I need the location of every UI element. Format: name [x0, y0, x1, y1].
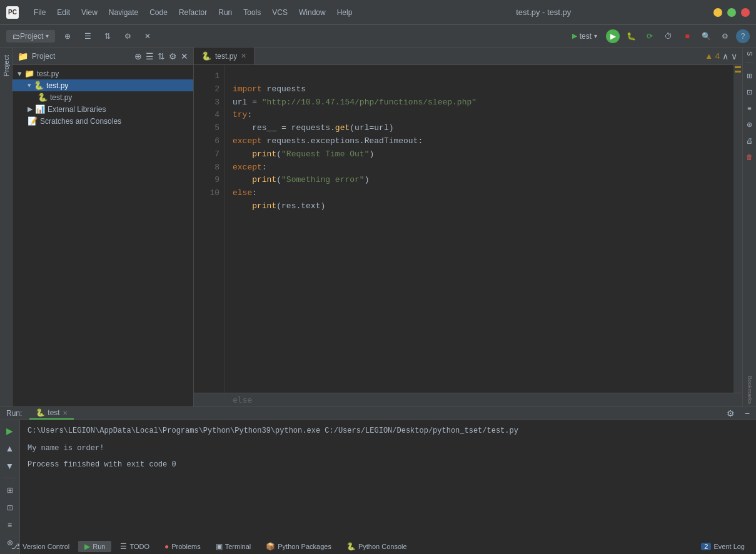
run-tool-2[interactable]: ⊡: [3, 501, 17, 515]
menu-run[interactable]: Run: [213, 6, 237, 19]
run-console: ▶ ▲ ▼ ⊞ ⊡ ≡ ⊛ 🖨 🗑 C:\Users\LEGION\AppDat…: [0, 420, 756, 554]
ext-chevron-icon: ▶: [28, 105, 33, 113]
collapse-editor-icon[interactable]: ∧: [722, 51, 728, 61]
menu-tools[interactable]: Tools: [238, 6, 266, 19]
editor-tab-testpy[interactable]: 🐍 test.py ✕: [194, 48, 255, 64]
list-icon[interactable]: ☰: [80, 29, 95, 44]
menu-navigate[interactable]: Navigate: [104, 6, 143, 19]
bookmark-btn-4[interactable]: ⊛: [743, 118, 757, 131]
maximize-button[interactable]: □: [727, 8, 736, 17]
menu-refactor[interactable]: Refactor: [174, 6, 212, 19]
collapse-icon[interactable]: ⇅: [100, 29, 115, 44]
console-exit: Process finished with exit code 0: [28, 459, 748, 470]
run-tool-1[interactable]: ⊞: [3, 483, 17, 497]
editor-tabs: 🐍 test.py ✕ ▲ 4 ∧ ∨: [194, 48, 742, 65]
profile-button[interactable]: ⏱: [661, 29, 676, 44]
menu-bar: File Edit View Navigate Code Refactor Ru…: [24, 4, 374, 21]
project-header: 📁 Project ⊕ ☰ ⇅ ⚙ ✕: [13, 48, 193, 65]
tab-terminal[interactable]: ▣ Terminal: [209, 541, 258, 552]
settings-toolbar-button[interactable]: ⚙: [717, 29, 732, 44]
run-tab-close-icon[interactable]: ✕: [63, 410, 68, 416]
list-header-icon[interactable]: ☰: [146, 51, 154, 61]
add-content-icon[interactable]: ⊕: [60, 29, 75, 44]
console-output[interactable]: C:\Users\LEGION\AppData\Local\Programs\P…: [20, 420, 756, 554]
settings-icon[interactable]: ⚙: [120, 29, 135, 44]
version-control-icon: ⎇: [11, 542, 20, 551]
run-config-label: test: [580, 32, 592, 41]
run-settings-icon[interactable]: ⚙: [727, 408, 735, 418]
line-numbers: 1 2 3 4 5 6 7 8 9 10: [194, 65, 225, 393]
run-play-btn[interactable]: ▶: [3, 424, 17, 438]
hide-icon[interactable]: ✕: [140, 29, 155, 44]
search-button[interactable]: 🔍: [698, 29, 713, 44]
run-down-btn[interactable]: ▼: [3, 459, 17, 473]
toolbar: 🗁 Project ▾ ⊕ ☰ ⇅ ⚙ ✕ ▶ test ▾ ▶ 🐛 ⟳ ⏱ ■…: [0, 25, 756, 48]
settings-header-icon[interactable]: ⚙: [169, 51, 177, 61]
tree-testpy[interactable]: ▾ 🐍 test.py: [13, 79, 193, 91]
tab-todo[interactable]: ☰ TODO: [114, 541, 156, 552]
run-tool-3[interactable]: ≡: [3, 518, 17, 532]
tab-version-control[interactable]: ⎇ Version Control: [5, 541, 76, 552]
tab-run[interactable]: ▶ Run: [78, 541, 111, 552]
bookmark-btn-5[interactable]: 🖨: [743, 134, 757, 148]
run-sidebar: ▶ ▲ ▼ ⊞ ⊡ ≡ ⊛ 🖨 🗑: [0, 420, 20, 554]
menu-edit[interactable]: Edit: [52, 6, 75, 19]
tab-python-console[interactable]: 🐍 Python Console: [340, 541, 413, 552]
run-up-btn[interactable]: ▲: [3, 441, 17, 455]
tab-close-icon[interactable]: ✕: [241, 52, 246, 60]
bookmark-buttons: ⊞ ⊡ ≡ ⊛ 🖨 🗑: [743, 69, 757, 164]
python-packages-icon: 📦: [266, 542, 275, 551]
code-editor: 1 2 3 4 5 6 7 8 9 10 import requests url…: [194, 65, 742, 393]
py-file-icon: 🐍: [34, 81, 44, 90]
tab-python-packages[interactable]: 📦 Python Packages: [260, 541, 338, 552]
editor-area: 🐍 test.py ✕ ▲ 4 ∧ ∨ 1 2 3 4 5 6 7 8: [194, 48, 742, 406]
scratch-icon: 📝: [28, 116, 38, 126]
menu-help[interactable]: Help: [332, 6, 358, 19]
menu-view[interactable]: View: [76, 6, 103, 19]
bookmark-btn-6[interactable]: 🗑: [743, 150, 757, 164]
add-module-icon[interactable]: ⊕: [134, 51, 142, 61]
tree-testpy-sub[interactable]: 🐍 test.py: [13, 91, 193, 103]
run-tab-test[interactable]: 🐍 test ✕: [29, 407, 73, 420]
run-button[interactable]: ▶: [606, 29, 620, 43]
bookmarks-label[interactable]: Bookmarks: [747, 376, 753, 406]
expand-editor-icon[interactable]: ∨: [731, 51, 737, 61]
collapse-header-icon[interactable]: ⇅: [158, 51, 165, 61]
close-panel-icon[interactable]: ✕: [181, 51, 188, 61]
close-button[interactable]: ✕: [741, 8, 750, 17]
sub-testpy-label: test.py: [50, 93, 72, 102]
run-minimize-icon[interactable]: −: [745, 408, 750, 418]
menu-file[interactable]: File: [29, 6, 51, 19]
run-config-select[interactable]: ▶ test ▾: [567, 30, 602, 43]
project-sidebar-tab[interactable]: Project: [0, 53, 13, 79]
folder-icon: 📁: [18, 51, 28, 61]
menu-code[interactable]: Code: [144, 6, 173, 19]
bookmark-btn-3[interactable]: ≡: [743, 101, 757, 115]
project-tree: ▾ 📁 test.py ▾ 🐍 test.py 🐍 test.py ▶ 📊 Ex…: [13, 65, 193, 406]
help-button[interactable]: ?: [736, 29, 750, 43]
project-panel: 📁 Project ⊕ ☰ ⇅ ⚙ ✕ ▾ 📁 test.py ▾ 🐍 test…: [13, 48, 194, 406]
minimize-button[interactable]: −: [713, 8, 722, 17]
bookmark-btn-1[interactable]: ⊞: [743, 69, 757, 83]
project-tab-label: Project: [20, 32, 43, 41]
tree-scratches[interactable]: 📝 Scratches and Consoles: [13, 115, 193, 127]
tab-event-log[interactable]: 2 Event Log: [695, 541, 751, 551]
debug-button[interactable]: 🐛: [623, 29, 638, 44]
run-tab-label: test: [48, 408, 59, 417]
menu-window[interactable]: Window: [294, 6, 331, 19]
bookmark-btn-2[interactable]: ⊡: [743, 85, 757, 99]
coverage-button[interactable]: ⟳: [642, 29, 657, 44]
tab-problems[interactable]: ● Problems: [158, 541, 207, 552]
code-content[interactable]: import requests url = "http://10.9.47.15…: [225, 65, 733, 393]
editor-scrollbar[interactable]: [733, 65, 742, 393]
window-title: test.py - test.py: [374, 8, 714, 17]
menu-vcs[interactable]: VCS: [267, 6, 293, 19]
structure-icon[interactable]: S: [746, 51, 753, 56]
run-label: Run:: [6, 409, 22, 418]
python-console-label: Python Console: [358, 543, 407, 550]
stop-button[interactable]: ■: [680, 29, 695, 44]
tree-external-libs[interactable]: ▶ 📊 External Libraries: [13, 103, 193, 115]
title-bar: PC File Edit View Navigate Code Refactor…: [0, 0, 756, 25]
project-tab[interactable]: 🗁 Project ▾: [6, 30, 55, 43]
tree-root[interactable]: ▾ 📁 test.py: [13, 68, 193, 79]
